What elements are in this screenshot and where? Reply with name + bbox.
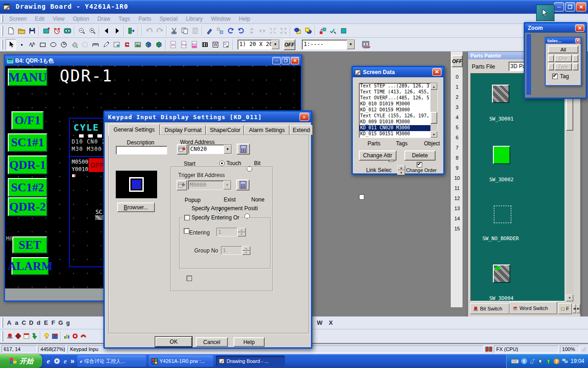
messenger-tray-icon[interactable] (530, 358, 536, 364)
tag-note-button[interactable] (22, 331, 30, 342)
green-arrow-button[interactable] (30, 331, 39, 342)
selection-handle[interactable] (97, 134, 102, 138)
rotate-right-button[interactable] (236, 25, 246, 36)
select-tool-button[interactable] (6, 39, 16, 50)
rect-tool-button[interactable] (37, 39, 48, 50)
tab-bit-switch[interactable]: Bit Switch (470, 303, 509, 314)
state-number[interactable]: 11 (451, 183, 464, 193)
screen-combo-arrow[interactable]: ▼ (347, 40, 355, 49)
selector-titlebar[interactable]: Selec... ✕ (546, 38, 581, 44)
word-address-combo[interactable]: CN020▼ (188, 144, 232, 154)
scroll-up-icon[interactable]: ▲ (430, 83, 437, 90)
one-next-button[interactable]: → (572, 55, 578, 62)
child-minimize-button[interactable]: ─ (272, 57, 281, 64)
half-donut-graph-button[interactable] (79, 331, 87, 342)
change-attr-button[interactable]: Change Attr (359, 150, 396, 161)
state-number[interactable]: 2 (451, 92, 464, 102)
toolbar-grip3[interactable] (1, 318, 3, 328)
ellipse-tool-button[interactable] (48, 39, 58, 50)
next-screen-button[interactable] (112, 25, 122, 36)
bar-graph-button[interactable] (62, 331, 71, 342)
part-icon-sw3d002[interactable] (493, 146, 510, 164)
letter-button[interactable]: F (50, 319, 57, 326)
select-one-button[interactable]: One (554, 55, 572, 62)
rotate-left-button[interactable] (225, 25, 236, 36)
state-number[interactable]: 1 (451, 82, 464, 92)
pointer-tray-icon[interactable] (538, 358, 543, 364)
screen-data-row[interactable]: KD_010 D1019 M3000 (359, 101, 437, 107)
screen-data-row[interactable]: KD_015 D0151 M3000 (359, 131, 437, 137)
selector-close-button[interactable]: ✕ (575, 38, 580, 43)
line-tool-button[interactable] (27, 39, 37, 50)
ie-quick-icon[interactable]: e (47, 357, 50, 365)
help-button[interactable]: Help (233, 337, 265, 347)
part-box2-button[interactable] (153, 39, 164, 50)
screen-data-scroll-thumb[interactable] (430, 112, 437, 124)
word-address-adr-button[interactable]: ADR (177, 144, 187, 155)
state-number[interactable]: 3 (451, 102, 464, 112)
state-number[interactable]: 13 (451, 203, 464, 213)
mirror-horizontal-button[interactable] (257, 25, 267, 36)
menu-item[interactable]: Library (182, 14, 207, 23)
order-down-icon[interactable]: ▼ (397, 170, 405, 175)
order-up-icon[interactable]: ▲ (397, 165, 405, 170)
menu-item[interactable]: View (49, 14, 69, 23)
hmi-button-of1[interactable]: O/F1 (11, 111, 44, 130)
letter-button[interactable]: E (42, 319, 50, 326)
eraser-button[interactable] (204, 25, 215, 36)
alarm-clock-button[interactable] (51, 25, 62, 36)
state-number[interactable]: 6 (451, 132, 464, 143)
child-close-button[interactable]: ✕ (291, 57, 299, 64)
selection-handle[interactable] (79, 134, 84, 138)
part-icon-swnoborder[interactable] (494, 206, 511, 223)
hmi-button-sc1-2[interactable]: SC1#2 (8, 178, 47, 197)
letter-button[interactable]: W (314, 319, 325, 326)
hmi-button-qdr2[interactable]: QDR-2 (8, 197, 47, 216)
part-box1-button[interactable] (143, 39, 153, 50)
touch-radio[interactable] (219, 161, 225, 166)
delete-button[interactable]: Delete (404, 150, 435, 161)
state-number[interactable]: 8 (451, 153, 464, 163)
exit-button[interactable] (126, 25, 136, 36)
scale-tool-button[interactable] (90, 39, 101, 50)
letter-button[interactable]: A (6, 319, 13, 326)
minimize-button[interactable]: ─ (554, 2, 564, 12)
state-number[interactable]: 4 (451, 112, 464, 122)
description-input[interactable] (116, 146, 167, 155)
dialog-close-button[interactable]: ✕ (300, 113, 309, 121)
letter-button[interactable]: C (20, 319, 28, 326)
copy-button[interactable] (179, 25, 190, 36)
send-to-back-button[interactable] (303, 25, 313, 36)
network-tray-icon[interactable] (562, 358, 568, 364)
scroll-down-icon[interactable]: ▼ (430, 131, 437, 138)
tab-shape-color[interactable]: Shape/Color (206, 125, 244, 135)
screen-data-row[interactable]: Text STEP ...(289, 126, 3 (359, 83, 437, 89)
tag-checkbox[interactable] (552, 74, 558, 79)
hmi-button-qdr1[interactable]: QDR-1 (8, 155, 47, 174)
one-prev-button[interactable]: ← (548, 55, 554, 62)
letter-button[interactable]: X (325, 319, 336, 326)
screen-data-list[interactable]: Text STEP ...(289, 126, 3Text TIME (413,… (359, 83, 438, 138)
type-next-button[interactable]: → (572, 63, 578, 70)
show-tag-button[interactable]: Tag (178, 39, 189, 50)
tabs-scroll-left-icon[interactable]: ◀ (572, 304, 576, 313)
part-icon-sw3d004[interactable] (493, 264, 510, 283)
grid-size-combo[interactable]: 1) 20 X 20▼ (237, 40, 280, 50)
fill-tool-button[interactable] (69, 39, 79, 50)
graph-book-button[interactable] (51, 331, 59, 342)
new-button[interactable] (6, 25, 16, 36)
menu-item[interactable]: Parts (134, 14, 155, 23)
tab-alarm-settings[interactable]: Alarm Settings (244, 125, 289, 135)
paste-button[interactable] (190, 25, 200, 36)
state-number[interactable]: 0 (451, 72, 464, 82)
selection-handle[interactable] (88, 134, 93, 138)
toolbar-grip4[interactable] (1, 331, 3, 341)
word-address-calc-button[interactable] (237, 144, 250, 155)
cut-button[interactable] (169, 25, 179, 36)
check-drawing-button[interactable] (328, 25, 338, 36)
pattern-button[interactable] (199, 39, 210, 50)
enlarge-button[interactable] (278, 25, 288, 36)
drawing-window-titlebar[interactable]: B4: QDR-1も色 ─ ❐ ✕ (5, 56, 301, 66)
place-part-button[interactable] (111, 39, 122, 50)
state-off-button[interactable]: OFF (452, 55, 463, 67)
